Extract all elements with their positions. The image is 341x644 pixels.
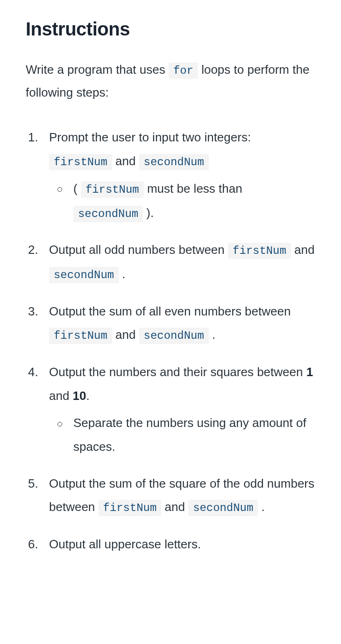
substep-item: Separate the numbers using any amount of… (49, 411, 315, 458)
step-item: Output the numbers and their squares bet… (26, 360, 315, 459)
text-segment: . (258, 500, 264, 514)
text-segment: ( (73, 182, 81, 196)
steps-list: Prompt the user to input two integers: f… (26, 126, 315, 556)
page-title: Instructions (26, 19, 315, 40)
code-token: firstNum (49, 328, 112, 344)
step-item: Output the sum of all even numbers betwe… (26, 300, 315, 347)
intro-text-1: Write a program that uses (26, 63, 169, 77)
text-segment: Prompt the user to input two integers: (49, 130, 251, 144)
code-token: secondNum (139, 328, 209, 344)
step-item: Output all uppercase letters. (26, 532, 315, 556)
code-token: firstNum (228, 243, 291, 259)
text-segment: Output all uppercase letters. (49, 537, 201, 551)
code-token: secondNum (139, 154, 209, 170)
intro-code-for: for (169, 63, 198, 79)
step-item: Output all odd numbers between firstNum … (26, 238, 315, 286)
code-token: secondNum (49, 267, 119, 283)
text-segment: and (161, 500, 188, 514)
code-token: secondNum (73, 206, 143, 222)
substep-item: ( firstNum must be less than secondNum )… (49, 177, 315, 225)
code-token: firstNum (49, 154, 112, 170)
code-token: firstNum (99, 500, 162, 516)
text-segment: and (49, 389, 73, 403)
text-segment: and (112, 154, 139, 168)
intro-paragraph: Write a program that uses for loops to p… (26, 58, 315, 105)
substep-list: Separate the numbers using any amount of… (49, 411, 315, 458)
text-segment: Output all odd numbers between (49, 243, 228, 257)
text-segment: and (112, 328, 139, 342)
text-segment: . (119, 267, 125, 281)
text-segment: Output the numbers and their squares bet… (49, 365, 306, 379)
instructions-document: Instructions Write a program that uses f… (0, 0, 341, 644)
code-token: secondNum (188, 500, 258, 516)
text-segment: Output the sum of all even numbers betwe… (49, 304, 291, 318)
text-segment: Separate the numbers using any amount of… (73, 416, 306, 454)
step-item: Prompt the user to input two integers: f… (26, 126, 315, 225)
code-token: firstNum (81, 182, 144, 198)
text-segment: . (209, 328, 215, 342)
text-segment: . (86, 389, 90, 403)
step-item: Output the sum of the square of the odd … (26, 472, 315, 519)
text-segment: and (291, 243, 315, 257)
substep-list: ( firstNum must be less than secondNum )… (49, 177, 315, 225)
bold-number: 1 (306, 365, 313, 379)
text-segment: ). (143, 206, 154, 220)
text-segment: must be less than (144, 182, 242, 196)
bold-number: 10 (73, 389, 86, 403)
